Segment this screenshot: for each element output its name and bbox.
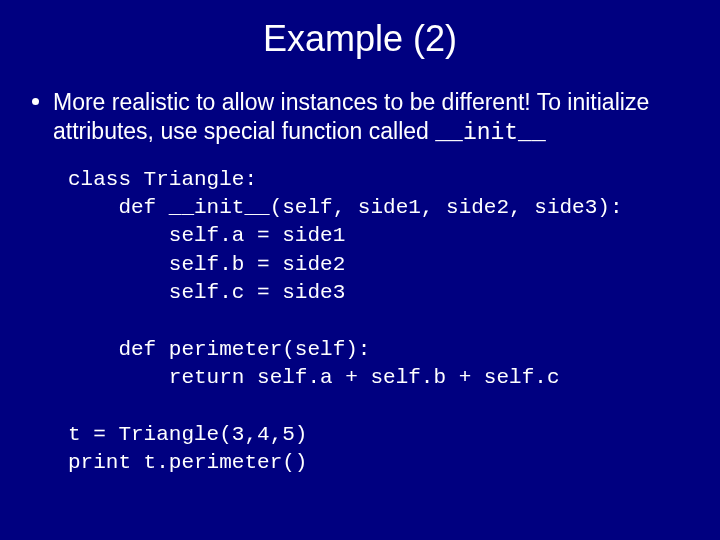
bullet-icon bbox=[32, 98, 39, 105]
bullet-item: More realistic to allow instances to be … bbox=[32, 88, 692, 148]
bullet-text: More realistic to allow instances to be … bbox=[53, 88, 692, 148]
code-block: class Triangle: def __init__(self, side1… bbox=[68, 166, 692, 478]
bullet-code-inline: __init__ bbox=[435, 120, 545, 146]
slide: Example (2) More realistic to allow inst… bbox=[0, 0, 720, 540]
bullet-text-main: More realistic to allow instances to be … bbox=[53, 89, 649, 144]
slide-title: Example (2) bbox=[28, 18, 692, 60]
